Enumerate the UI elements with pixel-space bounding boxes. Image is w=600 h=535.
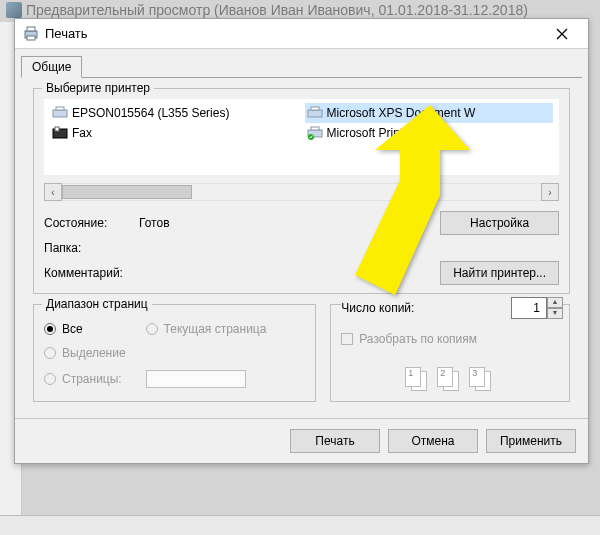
scroll-track[interactable] [62, 183, 541, 201]
close-button[interactable] [542, 20, 582, 48]
printer-groupbox: Выберите принтер EPSON015564 (L355 Serie… [33, 88, 570, 294]
scroll-left-icon[interactable]: ‹ [44, 183, 62, 201]
collate-label: Разобрать по копиям [359, 332, 477, 346]
printer-label: Microsoft Print to PDF [327, 126, 444, 140]
close-icon [556, 28, 568, 40]
radio-all-label: Все [62, 322, 83, 336]
printer-ok-icon [307, 126, 323, 140]
radio-icon [146, 323, 158, 335]
parent-window-title: Предварительный просмотр (Иванов Иван Ив… [6, 2, 528, 18]
svg-rect-10 [55, 127, 59, 131]
copies-groupbox: Число копий: ▲ ▼ [330, 304, 570, 402]
printer-icon [23, 26, 39, 42]
printer-legend: Выберите принтер [42, 81, 154, 95]
status-value: Готов [139, 216, 440, 230]
copies-spinner[interactable]: ▲ ▼ [511, 297, 563, 319]
dialog-button-row: Печать Отмена Применить [15, 418, 588, 463]
page-range-groupbox: Диапазон страниц Все Текущая страница [33, 304, 316, 402]
app-icon [6, 2, 22, 18]
parent-title-text: Предварительный просмотр (Иванов Иван Ив… [26, 2, 528, 18]
tab-general[interactable]: Общие [21, 56, 82, 78]
radio-icon [44, 347, 56, 359]
svg-rect-1 [27, 27, 35, 31]
radio-selection-label: Выделение [62, 346, 126, 360]
find-printer-button[interactable]: Найти принтер... [440, 261, 559, 285]
radio-all[interactable]: Все [44, 319, 126, 339]
svg-rect-2 [27, 36, 35, 40]
printer-icon [52, 106, 68, 120]
printer-item-epson[interactable]: EPSON015564 (L355 Series) [50, 103, 299, 123]
printer-icon [307, 106, 323, 120]
cancel-button[interactable]: Отмена [388, 429, 478, 453]
svg-rect-8 [311, 107, 319, 110]
print-dialog: Печать Общие Выберите принтер EPSON01556… [14, 18, 589, 464]
dialog-title: Печать [45, 26, 542, 41]
radio-pages: Страницы: [44, 367, 126, 391]
printer-item-xps[interactable]: Microsoft XPS Document W [305, 103, 554, 123]
titlebar: Печать [15, 19, 588, 49]
comment-label: Комментарий: [44, 266, 139, 280]
apply-button[interactable]: Применить [486, 429, 576, 453]
scroll-thumb[interactable] [62, 185, 192, 199]
radio-current: Текущая страница [146, 319, 306, 339]
printer-list-scrollbar[interactable]: ‹ › [44, 183, 559, 201]
svg-rect-5 [53, 110, 67, 117]
checkbox-icon [341, 333, 353, 345]
status-label: Состояние: [44, 216, 139, 230]
tab-row: Общие [21, 55, 582, 78]
copies-label: Число копий: [341, 301, 414, 315]
printer-label: Microsoft XPS Document W [327, 106, 476, 120]
radio-selection: Выделение [44, 343, 126, 363]
folder-label: Папка: [44, 241, 139, 255]
scroll-right-icon[interactable]: › [541, 183, 559, 201]
copies-legend: Число копий: ▲ ▼ [341, 297, 563, 319]
radio-pages-label: Страницы: [62, 372, 122, 386]
printer-label: EPSON015564 (L355 Series) [72, 106, 229, 120]
svg-rect-7 [308, 110, 322, 117]
preferences-button[interactable]: Настройка [440, 211, 559, 235]
radio-icon [44, 323, 56, 335]
radio-current-label: Текущая страница [164, 322, 267, 336]
fax-icon [52, 126, 68, 140]
svg-rect-6 [56, 107, 64, 110]
printer-item-pdf[interactable]: Microsoft Print to PDF [305, 123, 554, 143]
radio-icon [44, 373, 56, 385]
copies-input[interactable] [511, 297, 547, 319]
pages-input [146, 370, 246, 388]
printer-list[interactable]: EPSON015564 (L355 Series) Microsoft XPS … [44, 99, 559, 175]
print-button[interactable]: Печать [290, 429, 380, 453]
svg-rect-12 [311, 127, 319, 130]
spinner-down-icon[interactable]: ▼ [547, 308, 563, 319]
range-legend: Диапазон страниц [42, 297, 152, 311]
spinner-up-icon[interactable]: ▲ [547, 297, 563, 308]
collate-illustration: 11 22 33 [341, 367, 559, 393]
printer-item-fax[interactable]: Fax [50, 123, 299, 143]
printer-label: Fax [72, 126, 92, 140]
collate-check: Разобрать по копиям [341, 329, 559, 349]
